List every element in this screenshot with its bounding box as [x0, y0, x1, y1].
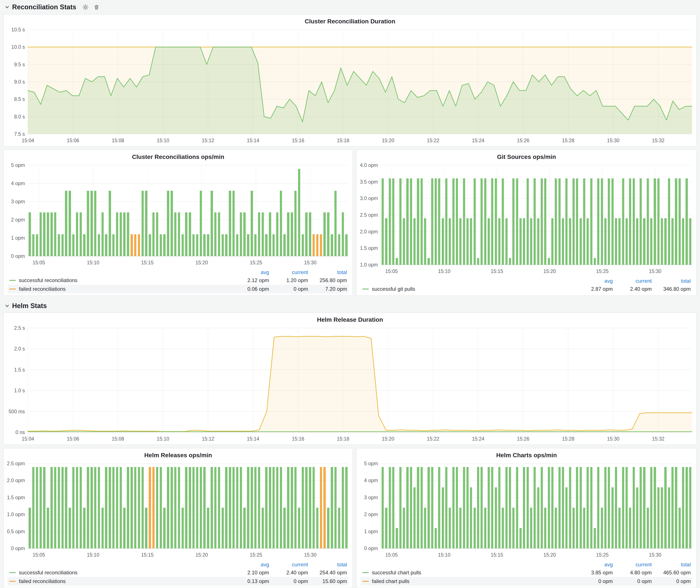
legend-avg-value: 3.85 opm	[574, 570, 613, 576]
legend-row: successful git pulls 2.87 opm 2.40 opm 3…	[361, 285, 692, 293]
legend-sort-current[interactable]: current	[613, 278, 652, 284]
legend-current-value: 2.40 opm	[269, 570, 308, 576]
legend-current-value: 1.20 opm	[269, 277, 308, 283]
legend-avg-value: 2.10 opm	[230, 570, 269, 576]
legend-avg-value: 2.87 opm	[574, 286, 613, 292]
svg-text:15:10: 15:10	[438, 552, 450, 558]
panel-title[interactable]: Cluster Reconciliations ops/min	[4, 150, 353, 161]
legend-avg-value: 0 opm	[574, 578, 613, 584]
legend-row: successful reconciliations 2.12 opm 1.20…	[8, 276, 349, 285]
legend-current-value: 0 opm	[613, 578, 652, 584]
section-header-reconciliation-stats[interactable]: Reconciliation Stats	[3, 2, 697, 13]
svg-text:15:15: 15:15	[491, 552, 503, 558]
chevron-down-icon	[5, 5, 10, 10]
chart-cluster-reconciliations-opm[interactable]: 0 opm1 opm2 opm3 opm4 opm5 opm15:0515:10…	[4, 161, 353, 268]
legend-series-name: successful git pulls	[372, 286, 415, 292]
chart-canvas: 0 opm0.5 opm1.0 opm1.5 opm2.0 opm2.5 opm…	[4, 460, 353, 561]
svg-text:15:05: 15:05	[32, 260, 45, 265]
chart-git-sources-opm[interactable]: 1.0 opm1.5 opm2.0 opm2.5 opm3.0 opm3.5 o…	[357, 161, 696, 277]
legend-current-value: 0 opm	[269, 578, 308, 584]
panel-title[interactable]: Helm Charts ops/min	[357, 448, 696, 460]
series-color-dash	[9, 280, 16, 281]
svg-text:5 opm: 5 opm	[11, 162, 25, 168]
svg-text:4 opm: 4 opm	[11, 181, 25, 186]
svg-text:15:28: 15:28	[562, 138, 574, 143]
chart-cluster-reconciliation-duration[interactable]: 7.5 s8.0 s8.5 s9.0 s9.5 s10.0 s10.5 s15:…	[4, 26, 696, 146]
legend-sort-avg[interactable]: avg	[574, 562, 613, 568]
legend-series-name: failed chart pulls	[372, 578, 409, 584]
legend-series-toggle[interactable]: successful reconciliations	[9, 277, 230, 283]
legend-series-name: successful chart pulls	[372, 570, 421, 576]
svg-text:5 opm: 5 opm	[364, 461, 378, 466]
panel-title[interactable]: Git Sources ops/min	[357, 150, 696, 161]
legend-series-toggle[interactable]: failed reconciliations	[9, 286, 230, 292]
legend-total-value: 256.80 opm	[308, 277, 347, 283]
svg-text:8.5 s: 8.5 s	[14, 96, 25, 102]
legend-sort-avg[interactable]: avg	[230, 562, 269, 568]
panel-title[interactable]: Helm Release Duration	[4, 313, 696, 324]
legend-total-value: 346.80 opm	[652, 286, 691, 292]
legend-current-value: 2.40 opm	[613, 286, 652, 292]
legend-series-toggle[interactable]: failed reconciliations	[9, 578, 230, 584]
svg-text:10.5 s: 10.5 s	[11, 27, 25, 32]
legend-sort-total[interactable]: total	[652, 278, 691, 284]
chart-helm-charts-opm[interactable]: 0 opm1 opm2 opm3 opm4 opm5 opm15:0515:10…	[357, 460, 696, 561]
svg-text:15:32: 15:32	[652, 138, 665, 143]
svg-text:1 opm: 1 opm	[364, 529, 378, 534]
svg-text:15:08: 15:08	[112, 138, 124, 143]
chart-helm-releases-opm[interactable]: 0 opm0.5 opm1.0 opm1.5 opm2.0 opm2.5 opm…	[4, 460, 353, 561]
legend-sort-current[interactable]: current	[269, 562, 308, 568]
svg-text:15:30: 15:30	[649, 268, 661, 274]
svg-text:1.0 opm: 1.0 opm	[360, 262, 378, 268]
section-title: Helm Stats	[12, 302, 47, 310]
svg-text:2.0 opm: 2.0 opm	[360, 229, 378, 234]
trash-icon[interactable]	[94, 4, 100, 10]
series-color-dash	[362, 289, 369, 289]
svg-text:15:10: 15:10	[87, 260, 99, 265]
legend-sort-current[interactable]: current	[269, 269, 308, 275]
series-color-dash	[362, 572, 369, 573]
legend-series-toggle[interactable]: successful git pulls	[362, 286, 574, 292]
svg-text:15:18: 15:18	[337, 138, 349, 143]
svg-text:2.0 opm: 2.0 opm	[7, 478, 25, 483]
legend-total-value: 0 opm	[652, 578, 691, 584]
svg-text:1.5 opm: 1.5 opm	[360, 245, 378, 251]
legend-row: failed reconciliations 0.06 opm 0 opm 7.…	[8, 285, 349, 293]
svg-text:15:30: 15:30	[607, 436, 619, 442]
legend-series-toggle[interactable]: failed chart pulls	[362, 578, 574, 584]
panel-helm-release-duration: Helm Release Duration 0 ns500 ms1.0 s1.5…	[3, 313, 697, 445]
legend-series-toggle[interactable]: successful reconciliations	[9, 570, 230, 576]
section-header-helm-stats[interactable]: Helm Stats	[3, 300, 697, 311]
chart-helm-release-duration[interactable]: 0 ns500 ms1.0 s1.5 s2.0 s2.5 s15:0415:06…	[4, 324, 696, 444]
panel-helm-releases-opm: Helm Releases ops/min 0 opm0.5 opm1.0 op…	[3, 448, 353, 588]
legend: avg current total successful reconciliat…	[4, 561, 353, 588]
legend-series-toggle[interactable]: successful chart pulls	[362, 570, 574, 576]
legend-sort-total[interactable]: total	[652, 562, 691, 568]
legend: avg current total successful chart pulls…	[357, 561, 696, 588]
chart-canvas: 0 opm1 opm2 opm3 opm4 opm5 opm15:0515:10…	[357, 460, 696, 561]
legend-sort-avg[interactable]: avg	[574, 278, 613, 284]
legend-series-name: successful reconciliations	[19, 570, 77, 576]
legend-sort-avg[interactable]: avg	[230, 269, 269, 275]
legend-sort-total[interactable]: total	[308, 269, 347, 275]
panel-helm-charts-opm: Helm Charts ops/min 0 opm1 opm2 opm3 opm…	[356, 448, 697, 588]
svg-text:15:30: 15:30	[304, 260, 317, 265]
gear-icon[interactable]	[82, 4, 89, 10]
svg-text:15:26: 15:26	[517, 436, 529, 442]
svg-text:15:15: 15:15	[141, 552, 154, 558]
svg-text:15:10: 15:10	[157, 138, 169, 143]
panel-title[interactable]: Helm Releases ops/min	[4, 448, 353, 460]
legend-series-name: failed reconciliations	[19, 286, 66, 292]
panel-title[interactable]: Cluster Reconciliation Duration	[4, 15, 696, 26]
svg-text:1.0 opm: 1.0 opm	[7, 512, 25, 517]
legend-row: successful chart pulls 3.85 opm 4.80 opm…	[361, 568, 692, 577]
legend-series-name: failed reconciliations	[19, 578, 66, 584]
svg-text:0.5 opm: 0.5 opm	[7, 529, 25, 534]
legend-sort-total[interactable]: total	[308, 562, 347, 568]
svg-text:15:24: 15:24	[472, 436, 484, 442]
legend-sort-current[interactable]: current	[613, 562, 652, 568]
svg-text:15:25: 15:25	[596, 268, 609, 274]
svg-text:1.0 s: 1.0 s	[14, 388, 25, 393]
legend-total-value: 15.60 opm	[308, 578, 347, 584]
svg-text:9.5 s: 9.5 s	[14, 62, 25, 67]
